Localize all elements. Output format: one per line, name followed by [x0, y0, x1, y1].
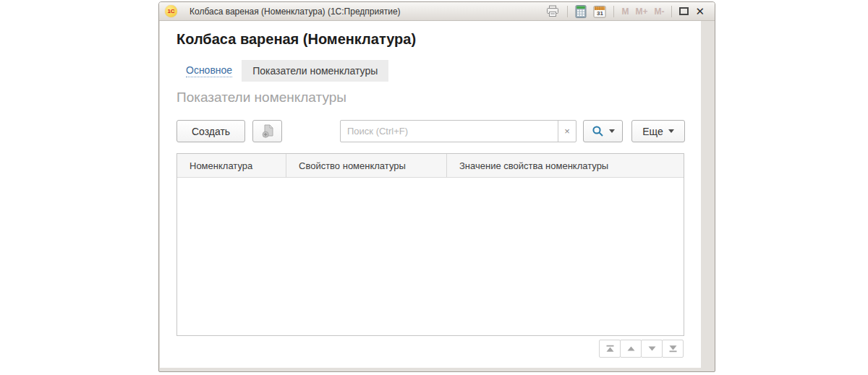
- maximize-button[interactable]: [679, 7, 689, 15]
- tab-main-link[interactable]: Основное: [186, 64, 232, 77]
- maximize-icon: [679, 7, 689, 15]
- copy-document-icon: [260, 124, 275, 139]
- window-title: Колбаса вареная (Номенклатура) (1С:Предп…: [190, 7, 545, 17]
- scroll-up-button[interactable]: [620, 340, 642, 358]
- column-header-value[interactable]: Значение свойства номенклатуры: [447, 154, 684, 177]
- titlebar-separator: [613, 6, 614, 17]
- titlebar-separator: [671, 6, 672, 17]
- copy-item-button[interactable]: [252, 120, 282, 142]
- titlebar-separator: [567, 6, 568, 17]
- search-input[interactable]: [341, 121, 558, 142]
- close-button[interactable]: ✕: [695, 6, 705, 17]
- titlebar-tools: 31 M M+ M- ✕: [545, 5, 705, 18]
- more-button-label: Еще: [642, 126, 663, 137]
- table-header-row: Номенклатура Свойство номенклатуры Значе…: [177, 154, 684, 178]
- screen: 1С Колбаса вареная (Номенклатура) (1С:Пр…: [0, 0, 868, 375]
- create-button[interactable]: Создать: [176, 120, 245, 142]
- page-title: Колбаса вареная (Номенклатура): [176, 31, 416, 48]
- app-window: 1С Колбаса вареная (Номенклатура) (1С:Пр…: [158, 1, 715, 372]
- tab-nomenclature-indicators[interactable]: Показатели номенклатуры: [242, 60, 388, 82]
- calculator-icon[interactable]: [575, 5, 587, 18]
- scroll-to-top-button[interactable]: [599, 340, 621, 358]
- memory-plus-button: M+: [635, 7, 647, 17]
- arrow-down-icon: [647, 345, 657, 353]
- column-header-nomenclature[interactable]: Номенклатура: [177, 154, 286, 177]
- memory-minus-button: M-: [654, 7, 664, 17]
- indicators-table: Номенклатура Свойство номенклатуры Значе…: [176, 153, 684, 336]
- chevron-down-icon: [668, 129, 674, 133]
- print-icon[interactable]: [545, 5, 560, 17]
- scroll-top-icon: [605, 345, 615, 353]
- arrow-up-icon: [626, 345, 636, 353]
- scroll-to-bottom-button[interactable]: [662, 340, 684, 358]
- more-button[interactable]: Еще: [631, 120, 685, 142]
- clear-search-button[interactable]: ×: [558, 121, 576, 142]
- search-icon: [592, 125, 604, 137]
- chevron-down-icon: [609, 129, 615, 133]
- scroll-bottom-icon: [668, 345, 678, 353]
- titlebar: 1С Колбаса вареная (Номенклатура) (1С:Пр…: [159, 2, 715, 21]
- calendar-day-label: 31: [593, 10, 606, 17]
- navigation-tabs: Основное Показатели номенклатуры: [186, 60, 388, 82]
- column-header-property[interactable]: Свойство номенклатуры: [286, 154, 447, 177]
- section-heading: Показатели номенклатуры: [176, 90, 346, 105]
- calendar-icon[interactable]: 31: [593, 5, 606, 18]
- search-options-button[interactable]: [583, 120, 623, 142]
- memory-recall-button: M: [621, 7, 629, 17]
- form-content: Колбаса вареная (Номенклатура) Основное …: [160, 21, 701, 368]
- list-navigation: [600, 340, 684, 358]
- scroll-down-button[interactable]: [641, 340, 663, 358]
- search-box: ×: [340, 120, 576, 142]
- 1c-logo-icon: 1С: [165, 5, 177, 17]
